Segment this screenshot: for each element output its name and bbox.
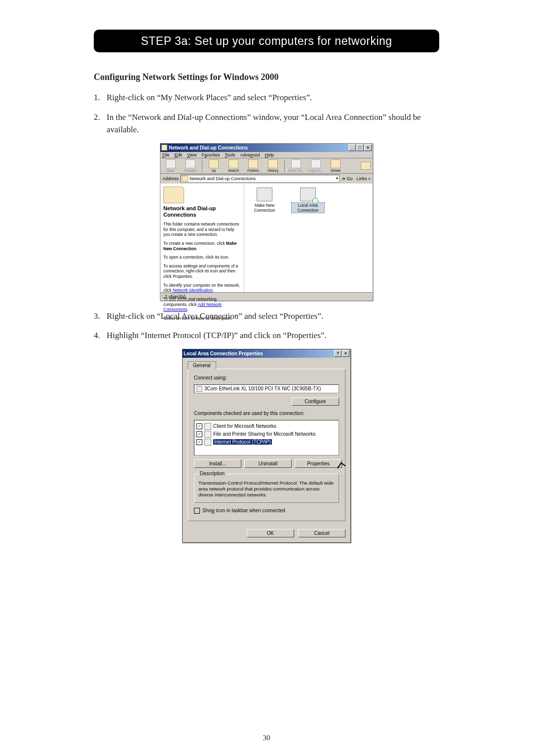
checkbox-icon[interactable]: ✓ (196, 431, 202, 437)
go-label: Go (346, 176, 352, 181)
win1-title: Network and Dial-up Connections (169, 145, 248, 151)
step-4-text: Highlight “Internet Protocol (TCP/IP)” a… (107, 329, 439, 342)
tb-moveto-label: Move To... (288, 169, 304, 172)
list-item-label: Internet Protocol (TCP/IP) (213, 439, 272, 445)
step-2-num: 2. (94, 111, 107, 136)
side-p1: This folder contains network connections… (163, 222, 241, 237)
tb-search[interactable]: Search (225, 159, 242, 172)
tab-general[interactable]: General (188, 361, 216, 369)
step-1-num: 1. (94, 91, 107, 104)
show-icon-row[interactable]: Show icon in taskbar when connected (194, 508, 339, 514)
protocol-icon (204, 439, 211, 446)
ok-button[interactable]: OK (247, 529, 294, 537)
service-icon (204, 431, 211, 438)
dlg-titlebar: Local Area Connection Properties ? × (183, 349, 350, 358)
tb-copyto-label: Copy To... (308, 169, 323, 172)
tb-history-label: History (267, 169, 278, 172)
connection-icon (300, 188, 316, 201)
menubar: File Edit View Favorites Tools Advanced … (160, 152, 373, 158)
checkbox-icon[interactable]: ✓ (196, 423, 202, 429)
step-3: 3. Right-click on “Local Area Connection… (94, 310, 439, 323)
tb-up[interactable]: Up (205, 159, 222, 172)
screenshot-network-dialup: Network and Dial-up Connections _ □ × Fi… (160, 143, 373, 301)
menu-advanced[interactable]: Advanced (240, 152, 260, 157)
tb-delete[interactable]: Delete (327, 159, 344, 172)
side-p5: To identify your computer on the network… (163, 283, 241, 293)
side-p3: To open a connection, click its icon. (163, 255, 241, 260)
link-network-identification[interactable]: Network Identification (173, 288, 213, 293)
menu-file[interactable]: File (162, 152, 170, 157)
step-4-num: 4. (94, 329, 107, 342)
checkbox-icon[interactable] (194, 508, 200, 514)
tb-moveto[interactable]: Move To... (288, 159, 305, 172)
side-p4: To access settings and components of a c… (163, 264, 241, 279)
toolbar-sep2 (284, 159, 285, 172)
links-button[interactable]: Links » (356, 176, 371, 181)
list-item[interactable]: ✓ Client for Microsoft Networks (196, 423, 337, 430)
show-icon-label: Show icon in taskbar when connected (202, 508, 285, 513)
address-label: Address (162, 176, 179, 181)
menu-edit[interactable]: Edit (175, 152, 183, 157)
tb-back[interactable]: Back (162, 159, 179, 172)
connect-using-label: Connect using: (194, 375, 339, 380)
icon-local-area-connection[interactable]: Local Area Connection (292, 188, 324, 213)
tb-up-label: Up (212, 169, 216, 172)
uninstall-button[interactable]: Uninstall (244, 459, 292, 468)
tb-search-label: Search (228, 169, 239, 172)
list-item-label: File and Printer Sharing for Microsoft N… (213, 431, 315, 437)
win1-titlebar: Network and Dial-up Connections _ □ × (160, 144, 373, 152)
menu-tools[interactable]: Tools (225, 152, 235, 157)
maximize-button[interactable]: □ (356, 144, 364, 151)
adapter-name: 3Com EtherLink XL 10/100 PCI TX NIC (3C9… (204, 386, 321, 391)
close-button[interactable]: × (364, 144, 372, 151)
step-1: 1. Right-click on “My Network Places” an… (94, 91, 439, 104)
menu-help[interactable]: Help (265, 152, 274, 157)
menu-favorites[interactable]: Favorites (201, 152, 220, 157)
install-button[interactable]: Install... (194, 459, 241, 468)
icon-lac-label: Local Area Connection (292, 203, 324, 213)
step-1-text: Right-click on “My Network Places” and s… (107, 91, 439, 104)
tb-folders[interactable]: Folders (245, 159, 262, 172)
step-2: 2. In the “Network and Dial-up Connectio… (94, 111, 439, 136)
cancel-button[interactable]: Cancel (298, 529, 345, 537)
icon-make-new-connection[interactable]: Make New Connection (248, 188, 281, 213)
menu-view[interactable]: View (187, 152, 196, 157)
components-label: Components checked are used by this conn… (194, 411, 339, 416)
step-3-text: Right-click on “Local Area Connection” a… (107, 310, 439, 323)
close-button[interactable]: × (342, 350, 349, 357)
description-text: Transmission Control Protocol/Internet P… (198, 480, 335, 498)
address-value: Network and Dial-up Connections (190, 176, 256, 181)
big-folder-icon (163, 187, 184, 203)
tb-forward-label: Forward (184, 169, 197, 172)
tb-copyto[interactable]: Copy To... (307, 159, 324, 172)
adapter-field: 3Com EtherLink XL 10/100 PCI TX NIC (3C9… (194, 384, 339, 393)
toolbar-sep (202, 159, 202, 172)
list-item-tcpip[interactable]: ✓ Internet Protocol (TCP/IP) (196, 439, 337, 446)
tb-history[interactable]: History (265, 159, 281, 172)
go-button[interactable]: ➔ Go (342, 176, 352, 181)
connection-icon (257, 188, 272, 201)
list-item[interactable]: ✓ File and Printer Sharing for Microsoft… (196, 431, 337, 438)
components-list[interactable]: ✓ Client for Microsoft Networks ✓ File a… (194, 420, 339, 455)
toolbar-brand-icon (361, 162, 371, 170)
configure-button[interactable]: Configure (292, 397, 339, 406)
status-text: 2 object(s) (162, 293, 188, 300)
page-number: 30 (0, 734, 533, 742)
chevron-down-icon[interactable]: ▾ (336, 176, 338, 181)
minimize-button[interactable]: _ (348, 144, 356, 151)
folder-icon (161, 145, 167, 151)
folder-icon (182, 176, 188, 182)
tab-panel: Connect using: 3Com EtherLink XL 10/100 … (188, 369, 345, 521)
side-heading: Network and Dial-up Connections (163, 205, 241, 219)
help-button[interactable]: ? (334, 350, 342, 357)
properties-button[interactable]: Properties (295, 459, 342, 468)
checkbox-icon[interactable]: ✓ (196, 439, 202, 445)
step-banner: STEP 3a: Set up your computers for netwo… (94, 30, 439, 52)
side-p2a: To create a new connection, click (163, 241, 226, 246)
icon-make-new-label: Make New Connection (254, 203, 275, 213)
address-field[interactable]: Network and Dial-up Connections ▾ (181, 175, 340, 183)
tb-forward[interactable]: Forward (182, 159, 199, 172)
step-4: 4. Highlight “Internet Protocol (TCP/IP)… (94, 329, 439, 342)
description-group: Description Transmission Control Protoco… (194, 474, 339, 503)
tb-folders-label: Folders (247, 169, 259, 172)
